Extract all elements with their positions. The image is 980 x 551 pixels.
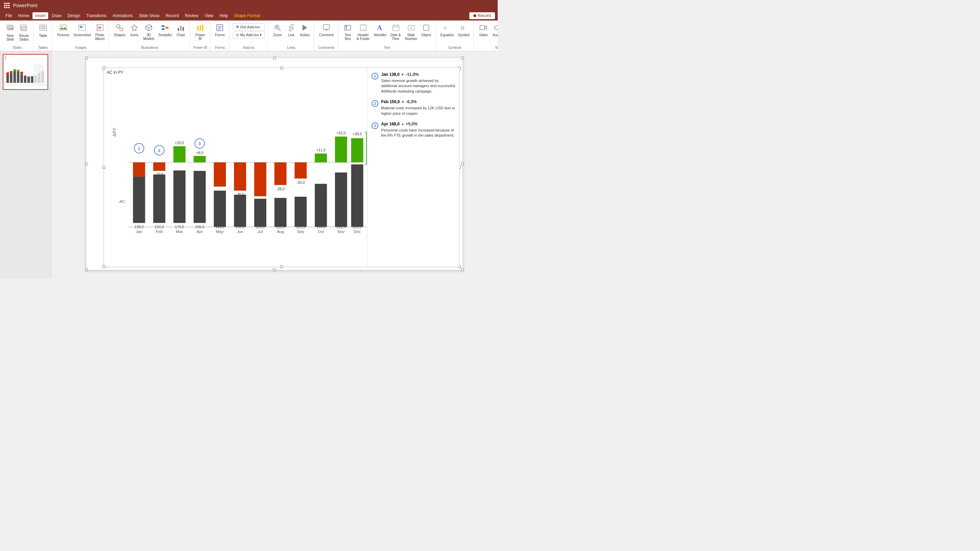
wordart-button[interactable]: A WordArt: [372, 23, 388, 38]
selection-handle-tl[interactable]: [85, 57, 88, 59]
date-time-icon: [392, 24, 399, 32]
selection-handle-tm[interactable]: [273, 57, 276, 59]
selection-handle-ml[interactable]: [85, 163, 88, 165]
photo-album-button[interactable]: PhotoAlbum: [94, 23, 106, 41]
textbox-button[interactable]: TextBox: [342, 23, 354, 41]
slide-preview: [5, 60, 46, 88]
chart-button[interactable]: Chart: [175, 23, 187, 38]
svg-text:A: A: [377, 24, 382, 32]
chart-handle-tm[interactable]: [280, 67, 283, 69]
smartart-button[interactable]: SmartArt: [157, 23, 173, 38]
menu-shape-format[interactable]: Shape Format: [231, 12, 263, 19]
menu-slideshow[interactable]: Slide Show: [136, 12, 162, 19]
delta-bar-aug: [274, 162, 286, 185]
comment-icon: [323, 24, 330, 32]
svg-point-11: [61, 26, 62, 27]
delta-bar-may: [214, 162, 226, 186]
3d-models-icon: [145, 24, 153, 32]
svg-rect-42: [323, 25, 329, 29]
action-label: Action: [300, 33, 310, 37]
menu-insert[interactable]: Insert: [32, 12, 48, 19]
menu-animations[interactable]: Animations: [110, 12, 135, 19]
menu-transitions[interactable]: Transitions: [84, 12, 109, 19]
slide-canvas[interactable]: AC in PY ◀ ‖ ΔPY: [86, 58, 463, 270]
menu-help[interactable]: Help: [217, 12, 231, 19]
symbol-button[interactable]: Ω Symbol: [457, 23, 471, 38]
table-button[interactable]: Table: [37, 23, 49, 38]
selection-handle-bl[interactable]: [85, 268, 88, 271]
annotation-item-3: 3 Apr 168,0 ▲ +5,0% Personnel costs have…: [372, 122, 455, 138]
table-label: Table: [39, 34, 47, 38]
video-icon: [480, 24, 487, 32]
annotation-item-1: 1 Jan 138,0 ▼ -11,0% Sales revenue growt…: [372, 72, 455, 94]
powerbi-button[interactable]: PowerBI: [194, 23, 207, 41]
menu-home[interactable]: Home: [15, 12, 32, 19]
zoom-button[interactable]: Zoom: [271, 23, 284, 38]
screenshot-label: Screenshot: [73, 33, 91, 37]
audio-label: Audio: [493, 33, 498, 37]
bar-chart: ΔPY -17,0 1 -10,0 2: [104, 74, 371, 267]
anno-number-3: 3: [372, 122, 379, 129]
audio-button[interactable]: Audio: [491, 23, 498, 38]
selection-handle-tr[interactable]: [461, 57, 464, 59]
equation-button[interactable]: π Equation: [439, 23, 455, 38]
svg-text:Dec: Dec: [354, 229, 361, 234]
images-group-label: Images: [75, 46, 86, 50]
svg-rect-43: [345, 25, 351, 30]
icons-button[interactable]: Icons: [128, 23, 140, 38]
annotation-panel: 1 Jan 138,0 ▼ -11,0% Sales revenue growt…: [367, 68, 460, 267]
chart-handle-tl[interactable]: [103, 67, 105, 69]
date-time-button[interactable]: Date &Time: [389, 23, 402, 41]
menu-record[interactable]: Record: [163, 12, 181, 19]
pictures-button[interactable]: Pictures: [56, 23, 71, 38]
pictures-label: Pictures: [57, 33, 69, 37]
app-grid-icon[interactable]: [4, 3, 10, 8]
record-button[interactable]: Record: [469, 12, 495, 19]
video-button[interactable]: Video: [477, 23, 490, 38]
svg-rect-5: [40, 25, 46, 30]
comment-button[interactable]: Comment: [318, 23, 335, 38]
forms-group-label: Forms: [215, 46, 224, 50]
link-button[interactable]: Link: [285, 23, 298, 38]
header-footer-button[interactable]: Header& Footer: [355, 23, 371, 41]
svg-marker-61: [495, 25, 498, 30]
menu-review[interactable]: Review: [182, 12, 201, 19]
canvas-area: AC in PY ◀ ‖ ΔPY: [51, 51, 498, 279]
shapes-button[interactable]: Shapes: [113, 23, 127, 38]
slide-thumbnail[interactable]: 1: [3, 54, 48, 90]
svg-text:+30,0: +30,0: [353, 132, 362, 136]
svg-text:Mar: Mar: [176, 229, 183, 234]
forms-button[interactable]: Forms: [214, 23, 226, 38]
selection-handle-bm[interactable]: [273, 268, 276, 271]
new-slide-button[interactable]: NewSlide: [4, 23, 16, 42]
comment-label: Comment: [319, 33, 334, 37]
selection-handle-br[interactable]: [461, 268, 464, 271]
action-button[interactable]: Action: [299, 23, 311, 38]
object-button[interactable]: Object: [420, 23, 433, 38]
smartart-label: SmartArt: [158, 33, 172, 37]
menu-design[interactable]: Design: [65, 12, 83, 19]
screenshot-icon: [78, 24, 86, 32]
svg-rect-73: [27, 76, 30, 83]
svg-rect-81: [17, 70, 19, 72]
anno-title-3: Apr 168,0 ▲ +5,0%: [381, 122, 455, 126]
delta-bar-nov: [335, 137, 347, 163]
reuse-slides-button[interactable]: ReuseSlides: [18, 23, 30, 42]
slide-number-button[interactable]: # SlideNumber: [404, 23, 419, 41]
screenshot-button[interactable]: Screenshot: [72, 23, 92, 38]
anno-text-3: Personnel costs have increased because o…: [381, 128, 455, 138]
menu-draw[interactable]: Draw: [49, 12, 64, 19]
my-addins-button[interactable]: ⊙ My Add-ins ▾: [233, 32, 265, 39]
get-addins-button[interactable]: ⊕ Get Add-ins: [233, 23, 265, 30]
menu-view[interactable]: View: [202, 12, 216, 19]
symbols-group-label: Symbols: [449, 46, 461, 50]
ribbon-group-text: TextBox Header& Footer A WordArt: [339, 22, 436, 51]
pictures-icon: [59, 24, 67, 32]
svg-marker-19: [131, 25, 137, 31]
ribbon-group-tables: Table Tables: [34, 22, 52, 51]
object-icon: [423, 24, 430, 32]
selection-handle-mr[interactable]: [461, 163, 464, 165]
menu-file[interactable]: File: [3, 12, 15, 19]
chart-frame[interactable]: AC in PY ◀ ‖ ΔPY: [103, 68, 460, 267]
3d-models-button[interactable]: 3DModels: [142, 23, 156, 41]
